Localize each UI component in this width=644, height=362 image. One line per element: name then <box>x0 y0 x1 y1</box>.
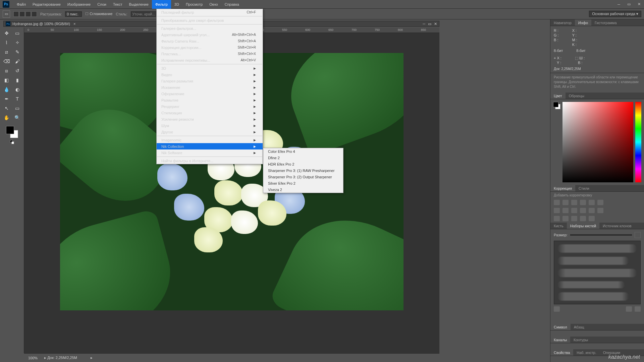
menu-item[interactable]: Искажение▶ <box>157 84 263 90</box>
bw-icon[interactable] <box>554 208 560 213</box>
tab-tool-presets[interactable]: Наб. инстр. <box>573 349 599 356</box>
menu-просмотр[interactable]: Просмотр <box>182 0 206 9</box>
delete-brush-icon[interactable] <box>635 306 641 312</box>
tab-styles[interactable]: Стили <box>575 185 593 191</box>
tab-paragraph[interactable]: Абзац <box>571 324 588 330</box>
brush-size-slider[interactable] <box>570 234 632 236</box>
submenu-item[interactable]: HDR Efex Pro 2 <box>263 161 343 167</box>
tab-channels[interactable]: Каналы <box>550 337 570 343</box>
menu-item[interactable]: Nik Collection▶ <box>157 143 263 149</box>
adj5-icon[interactable] <box>589 216 595 221</box>
marquee-tool[interactable]: ▭ <box>13 29 22 37</box>
menu-item[interactable]: Оформление▶ <box>157 90 263 97</box>
tab-brush-presets[interactable]: Наборы кистей <box>567 223 599 229</box>
marquee-tool-icon[interactable]: ▭ <box>3 10 10 18</box>
menu-текст[interactable]: Текст <box>110 0 126 9</box>
color-swatches[interactable] <box>5 125 19 139</box>
tab-info[interactable]: Инфо <box>575 19 591 26</box>
foreground-color[interactable] <box>6 126 14 134</box>
color-panel-swatch[interactable] <box>553 102 560 109</box>
menu-item[interactable]: Пластика...Shift+Ctrl+X <box>157 51 263 57</box>
zoom-level[interactable]: 100% <box>28 356 38 360</box>
hue-icon[interactable] <box>597 200 603 205</box>
tab-clone-source[interactable]: Источник клонов <box>599 223 635 229</box>
menu-item[interactable]: Найти фильтры в Интернете... <box>157 158 263 164</box>
menu-файл[interactable]: Файл <box>13 0 29 9</box>
brightness-icon[interactable] <box>554 200 560 205</box>
brush-preset[interactable] <box>557 244 637 253</box>
tab-color[interactable]: Цвет <box>550 93 566 99</box>
channel-mixer-icon[interactable] <box>571 208 577 213</box>
menu-item[interactable]: Усиление резкости▶ <box>157 116 263 122</box>
dodge-tool[interactable]: ◐ <box>13 86 22 93</box>
brush-preset-list[interactable] <box>554 241 641 304</box>
menu-3d[interactable]: 3D <box>171 0 182 9</box>
crop-tool[interactable]: ⧄ <box>2 48 11 56</box>
brush-opt-icon[interactable] <box>554 306 560 312</box>
threshold-icon[interactable] <box>554 216 560 221</box>
submenu-item[interactable]: Silver Efex Pro 2 <box>263 180 343 186</box>
menu-item[interactable]: Рендеринг▶ <box>157 103 263 110</box>
menu-item[interactable]: Галерея фильтров... <box>157 25 263 32</box>
brush-tool[interactable]: 🖌 <box>13 58 22 65</box>
menu-item[interactable]: Коррекция дисторсии...Shift+Ctrl+R <box>157 44 263 51</box>
invert-icon[interactable] <box>589 208 595 213</box>
shape-tool[interactable]: ▭ <box>13 105 22 112</box>
gradient-map-icon[interactable] <box>562 216 569 221</box>
submenu-item[interactable]: Color Efex Pro 4 <box>263 148 343 155</box>
selection-mode[interactable] <box>13 11 37 17</box>
brush-preset[interactable] <box>557 292 629 301</box>
maximize-icon[interactable]: ▭ <box>624 0 634 9</box>
status-arrow-icon[interactable]: ▸ <box>91 356 93 360</box>
blur-tool[interactable]: 💧 <box>2 86 11 93</box>
workspace-switcher[interactable]: Основная рабочая среда ▾ <box>589 11 641 17</box>
menu-item[interactable]: Шум▶ <box>157 122 263 129</box>
menu-item[interactable]: Последний фильтрCtrl+F <box>157 9 263 15</box>
menu-окно[interactable]: Окно <box>206 0 221 9</box>
menu-редактирование[interactable]: Редактирование <box>29 0 64 9</box>
new-brush-icon[interactable] <box>626 306 632 312</box>
gradient-tool[interactable]: ▮ <box>13 76 22 84</box>
path-tool[interactable]: ↖ <box>2 105 11 112</box>
menu-item[interactable]: Преобразовать для смарт-фильтров <box>157 17 263 23</box>
feather-input[interactable]: 0 пикс. <box>65 11 82 17</box>
menu-выделение[interactable]: Выделение <box>126 0 152 9</box>
lasso-tool[interactable]: ⌇ <box>2 39 11 46</box>
tab-properties[interactable]: Свойства <box>550 349 573 356</box>
pen-tool[interactable]: ✒ <box>2 95 11 103</box>
vibrance-icon[interactable] <box>589 200 595 205</box>
brush-preset[interactable] <box>557 257 629 265</box>
curves-icon[interactable] <box>571 200 577 205</box>
history-brush-tool[interactable]: ↺ <box>13 67 22 74</box>
menu-item[interactable]: Imagenomic▶ <box>157 137 263 143</box>
menu-item[interactable]: Стилизация▶ <box>157 110 263 116</box>
eraser-tool[interactable]: ◧ <box>2 76 11 84</box>
submenu-item[interactable]: Viveza 2 <box>263 186 343 193</box>
tab-navigator[interactable]: Навигатор <box>550 19 575 26</box>
tab-swatches[interactable]: Образцы <box>566 93 588 99</box>
magic-wand-tool[interactable]: ✧ <box>13 39 22 46</box>
tab-adjustments[interactable]: Коррекция <box>550 185 575 191</box>
type-tool[interactable]: T <box>13 95 22 103</box>
menu-item[interactable]: Видео▶ <box>157 71 263 78</box>
menu-item[interactable]: Размытие▶ <box>157 97 263 103</box>
menu-item[interactable]: 3D▶ <box>157 65 263 71</box>
move-tool[interactable]: ✥ <box>2 29 11 37</box>
stamp-tool[interactable]: ⧇ <box>2 67 11 74</box>
doc-minimize-icon[interactable]: ─ <box>423 22 425 26</box>
menu-item[interactable]: Другое▶ <box>157 129 263 135</box>
doc-maximize-icon[interactable]: ▭ <box>428 22 431 26</box>
minimize-icon[interactable]: ─ <box>614 0 624 9</box>
menu-item[interactable]: Фильтр Camera Raw...Shift+Ctrl+A <box>157 38 263 44</box>
selective-color-icon[interactable] <box>571 216 577 221</box>
menu-слои[interactable]: Слои <box>94 0 110 9</box>
exposure-icon[interactable] <box>580 200 586 205</box>
menu-фильтр[interactable]: Фильтр <box>152 0 171 9</box>
brush-toggle-icon[interactable] <box>635 232 641 238</box>
hue-slider[interactable] <box>635 102 641 182</box>
tab-brush[interactable]: Кисть <box>550 223 567 229</box>
healing-tool[interactable]: ⌫ <box>2 58 11 65</box>
tab-character[interactable]: Символ <box>550 324 571 330</box>
smooth-checkbox[interactable]: ☐ Сглаживание <box>85 12 112 16</box>
eyedropper-tool[interactable]: ✎ <box>13 48 22 56</box>
